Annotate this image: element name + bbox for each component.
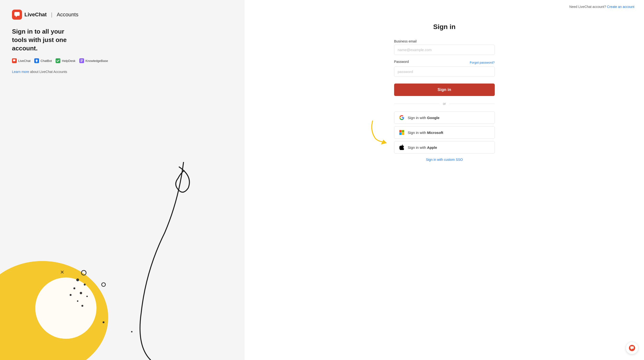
svg-rect-27 [402, 130, 404, 132]
svg-rect-7 [80, 60, 83, 60]
svg-rect-29 [402, 132, 404, 135]
svg-rect-9 [80, 61, 82, 62]
apple-button-label: Sign in with Apple [408, 145, 437, 149]
svg-rect-26 [400, 130, 402, 132]
livechat-product-icon [12, 58, 17, 63]
svg-point-17 [86, 296, 88, 297]
or-line-right [449, 104, 495, 104]
livechat-product-label: LiveChat [18, 59, 30, 63]
chat-widget-icon [629, 345, 635, 351]
or-line-left [394, 104, 440, 104]
or-text: or [443, 102, 446, 106]
social-buttons: Sign in with Google Sign in with Microso… [394, 111, 495, 154]
svg-point-23 [82, 270, 86, 275]
decoration-svg: × [0, 162, 244, 360]
email-label: Business email [394, 39, 495, 43]
product-icons: LiveChat ChatBot HelpDesk [12, 58, 233, 63]
knowledgebase-product-label: KnowledgeBase [86, 59, 108, 63]
svg-text:×: × [60, 268, 64, 276]
product-item-chatbot: ChatBot [34, 58, 52, 63]
svg-point-13 [84, 284, 86, 286]
knowledgebase-product-icon [79, 58, 84, 63]
arrow-annotation [368, 119, 396, 148]
forgot-password-link[interactable]: Forgot password? [470, 61, 495, 64]
sso-link[interactable]: Sign in with custom SSO [426, 158, 463, 161]
helpdesk-product-icon [56, 58, 60, 63]
sign-in-apple-button[interactable]: Sign in with Apple [394, 141, 495, 154]
need-account-text: Need LiveChat account? [569, 5, 606, 9]
svg-rect-4 [36, 61, 38, 62]
google-icon [399, 115, 404, 120]
learn-more-link[interactable]: Learn more [12, 70, 29, 74]
sign-in-google-button[interactable]: Sign in with Google [394, 111, 495, 124]
microsoft-button-label: Sign in with Microsoft [408, 131, 443, 135]
svg-point-24 [102, 283, 106, 287]
product-item-helpdesk: HelpDesk [56, 58, 75, 63]
apple-label-bold: Apple [427, 145, 437, 149]
password-field-group: Password Forgot password? [394, 60, 495, 77]
email-input[interactable] [394, 45, 495, 55]
livechat-logo-icon [12, 10, 22, 20]
svg-rect-28 [400, 132, 402, 135]
password-label: Password [394, 60, 409, 64]
logo-accounts: Accounts [57, 12, 78, 18]
learn-more-suffix: about LiveChat Accounts [29, 70, 67, 74]
svg-point-10 [0, 261, 108, 360]
product-item-knowledgebase: KnowledgeBase [79, 58, 108, 63]
google-label-prefix: Sign in with [408, 116, 427, 120]
svg-point-12 [76, 278, 79, 281]
right-panel: Need LiveChat account? Create an account… [244, 0, 644, 360]
decoration-area: × [0, 162, 244, 360]
sign-in-microsoft-button[interactable]: Sign in with Microsoft [394, 126, 495, 139]
google-button-label: Sign in with Google [408, 116, 440, 120]
microsoft-icon [399, 130, 404, 135]
svg-point-21 [131, 331, 132, 332]
sign-in-button[interactable]: Sign in [394, 84, 495, 96]
svg-point-15 [80, 292, 82, 294]
logo-divider: | [51, 12, 52, 18]
top-bar: Need LiveChat account? Create an account [244, 0, 644, 14]
form-container: Sign in Business email Password Forgot p… [244, 14, 644, 360]
or-divider: or [394, 102, 495, 106]
svg-rect-8 [80, 61, 83, 61]
svg-point-14 [73, 287, 75, 289]
logo-text: LiveChat [24, 12, 47, 18]
apple-icon [399, 145, 404, 150]
password-input[interactable] [394, 67, 495, 77]
microsoft-label-prefix: Sign in with [408, 131, 427, 135]
page-title: Sign in [394, 23, 495, 31]
logo-area: LiveChat | Accounts [12, 10, 233, 20]
left-panel: LiveChat | Accounts Sign in to all your … [0, 0, 244, 360]
chatbot-product-icon [34, 58, 39, 63]
svg-marker-25 [381, 140, 387, 144]
svg-point-16 [70, 294, 72, 296]
helpdesk-product-label: HelpDesk [62, 59, 75, 63]
product-item-livechat: LiveChat [12, 58, 30, 63]
svg-point-19 [82, 305, 84, 307]
password-row: Password Forgot password? [394, 60, 495, 65]
microsoft-label-bold: Microsoft [427, 131, 444, 135]
create-account-link[interactable]: Create an account [607, 5, 634, 9]
svg-point-20 [102, 321, 104, 323]
apple-label-prefix: Sign in with [408, 145, 427, 149]
svg-point-3 [36, 60, 38, 61]
google-label-bold: Google [427, 116, 440, 120]
chat-widget[interactable] [626, 342, 638, 354]
learn-more-section: Learn more about LiveChat Accounts [12, 70, 233, 74]
email-field-group: Business email [394, 39, 495, 55]
svg-point-11 [35, 277, 96, 339]
form-inner: Sign in Business email Password Forgot p… [394, 23, 495, 162]
chatbot-product-label: ChatBot [40, 59, 52, 63]
svg-point-18 [77, 300, 78, 302]
tagline: Sign in to all your tools with just one … [12, 27, 79, 53]
